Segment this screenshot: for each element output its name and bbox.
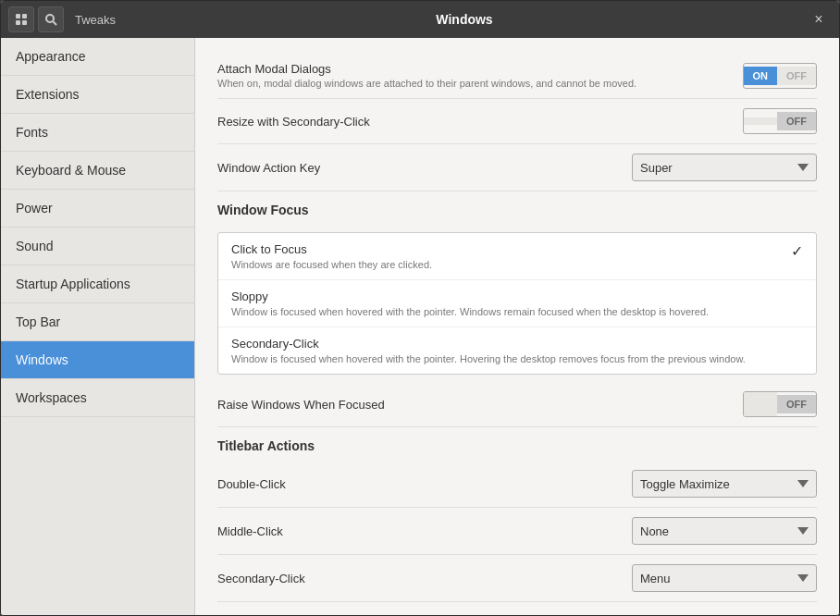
attach-modal-toggle[interactable]: ON OFF bbox=[743, 63, 818, 89]
toggle-blank-label[interactable] bbox=[744, 117, 777, 125]
main-content: AppearanceExtensionsFontsKeyboard & Mous… bbox=[1, 38, 839, 615]
sidebar-item-fonts[interactable]: Fonts bbox=[1, 114, 194, 152]
attach-modal-dialogs-desc: When on, modal dialog windows are attach… bbox=[217, 78, 636, 89]
titlebar: Tweaks Windows × bbox=[1, 1, 839, 38]
focus-option-secondary-click[interactable]: Secondary-Click Window is focused when h… bbox=[218, 327, 816, 374]
middle-click-select[interactable]: None Toggle Maximize Toggle Shade Lower … bbox=[632, 517, 817, 545]
window-action-key-label: Window Action Key bbox=[217, 161, 320, 175]
focus-option-sloppy[interactable]: Sloppy Window is focused when hovered wi… bbox=[218, 280, 816, 327]
middle-click-label: Middle-Click bbox=[217, 524, 283, 538]
toggle-on-label[interactable]: ON bbox=[744, 67, 778, 85]
window-focus-options: Click to Focus Windows are focused when … bbox=[217, 232, 817, 375]
attach-modal-dialogs-row: Attach Modal Dialogs When on, modal dial… bbox=[217, 53, 817, 99]
sidebar-item-windows[interactable]: Windows bbox=[1, 341, 194, 379]
secondary-click-titlebar-label: Secondary-Click bbox=[217, 572, 305, 585]
sidebar-item-sound[interactable]: Sound bbox=[1, 228, 194, 265]
resize-secondary-click-label: Resize with Secondary-Click bbox=[217, 115, 370, 129]
content-area: Attach Modal Dialogs When on, modal dial… bbox=[195, 38, 839, 615]
sidebar-item-appearance[interactable]: Appearance bbox=[1, 38, 194, 76]
double-click-select[interactable]: Toggle Maximize Toggle Shade Lower Minim… bbox=[632, 470, 817, 498]
secondary-click-focus-title: Secondary-Click bbox=[231, 337, 746, 351]
focus-option-secondary-click-text: Secondary-Click Window is focused when h… bbox=[231, 337, 746, 364]
svg-line-5 bbox=[54, 22, 57, 26]
resize-secondary-toggle[interactable]: OFF bbox=[743, 108, 817, 134]
middle-click-row: Middle-Click None Toggle Maximize Toggle… bbox=[217, 508, 817, 555]
raise-toggle-blank[interactable] bbox=[744, 391, 777, 417]
toggle-off-only-label[interactable]: OFF bbox=[777, 112, 816, 130]
sidebar-item-startup-applications[interactable]: Startup Applications bbox=[1, 265, 194, 303]
click-to-focus-title: Click to Focus bbox=[231, 242, 432, 256]
window-title: Windows bbox=[123, 12, 806, 27]
resize-secondary-click-row: Resize with Secondary-Click OFF bbox=[217, 99, 817, 144]
raise-windows-row: Raise Windows When Focused OFF bbox=[217, 382, 817, 427]
attach-modal-dialogs-label-group: Attach Modal Dialogs When on, modal dial… bbox=[217, 62, 636, 89]
search-icon-button[interactable] bbox=[38, 6, 64, 32]
svg-point-4 bbox=[46, 15, 54, 22]
svg-rect-1 bbox=[22, 14, 27, 18]
double-click-label: Double-Click bbox=[217, 477, 286, 491]
focus-option-sloppy-text: Sloppy Window is focused when hovered wi… bbox=[231, 290, 709, 317]
svg-rect-0 bbox=[16, 14, 20, 18]
sloppy-title: Sloppy bbox=[231, 290, 709, 303]
toggle-off-label[interactable]: OFF bbox=[777, 67, 816, 85]
raise-toggle-off-label[interactable]: OFF bbox=[777, 395, 816, 413]
sidebar-item-workspaces[interactable]: Workspaces bbox=[1, 379, 194, 417]
attach-modal-dialogs-label: Attach Modal Dialogs bbox=[217, 62, 636, 76]
windows-settings: Attach Modal Dialogs When on, modal dial… bbox=[195, 38, 839, 615]
main-window: Tweaks Windows × AppearanceExtensionsFon… bbox=[0, 0, 840, 616]
sidebar-item-keyboard-mouse[interactable]: Keyboard & Mouse bbox=[1, 152, 194, 190]
secondary-click-select[interactable]: Menu None Toggle Maximize Toggle Shade L… bbox=[632, 564, 817, 592]
raise-windows-label: Raise Windows When Focused bbox=[217, 398, 385, 412]
window-action-key-select[interactable]: Super Alt bbox=[632, 154, 817, 181]
click-to-focus-checkmark: ✓ bbox=[791, 242, 803, 260]
close-button[interactable]: × bbox=[806, 6, 832, 32]
titlebar-buttons: Tweaks bbox=[8, 6, 123, 32]
titlebar-buttons-header: Titlebar Buttons bbox=[217, 602, 817, 615]
titlebar-actions-header: Titlebar Actions bbox=[217, 427, 817, 461]
sidebar-item-extensions[interactable]: Extensions bbox=[1, 76, 194, 114]
secondary-click-row: Secondary-Click Menu None Toggle Maximiz… bbox=[217, 555, 817, 602]
app-name-label: Tweaks bbox=[68, 6, 123, 32]
sidebar-item-power[interactable]: Power bbox=[1, 190, 194, 228]
tweaks-icon-button[interactable] bbox=[8, 6, 34, 32]
secondary-click-focus-desc: Window is focused when hovered with the … bbox=[231, 353, 746, 364]
focus-option-click-to-focus[interactable]: Click to Focus Windows are focused when … bbox=[218, 233, 816, 280]
sidebar-item-top-bar[interactable]: Top Bar bbox=[1, 303, 194, 341]
focus-option-click-to-focus-text: Click to Focus Windows are focused when … bbox=[231, 242, 432, 270]
sidebar: AppearanceExtensionsFontsKeyboard & Mous… bbox=[1, 38, 195, 615]
svg-rect-2 bbox=[16, 20, 20, 25]
window-action-key-row: Window Action Key Super Alt bbox=[217, 144, 817, 191]
click-to-focus-desc: Windows are focused when they are clicke… bbox=[231, 259, 432, 270]
svg-rect-3 bbox=[22, 20, 27, 25]
double-click-row: Double-Click Toggle Maximize Toggle Shad… bbox=[217, 461, 817, 508]
sloppy-desc: Window is focused when hovered with the … bbox=[231, 306, 709, 317]
raise-windows-toggle[interactable]: OFF bbox=[743, 391, 817, 417]
window-focus-header: Window Focus bbox=[217, 191, 817, 225]
